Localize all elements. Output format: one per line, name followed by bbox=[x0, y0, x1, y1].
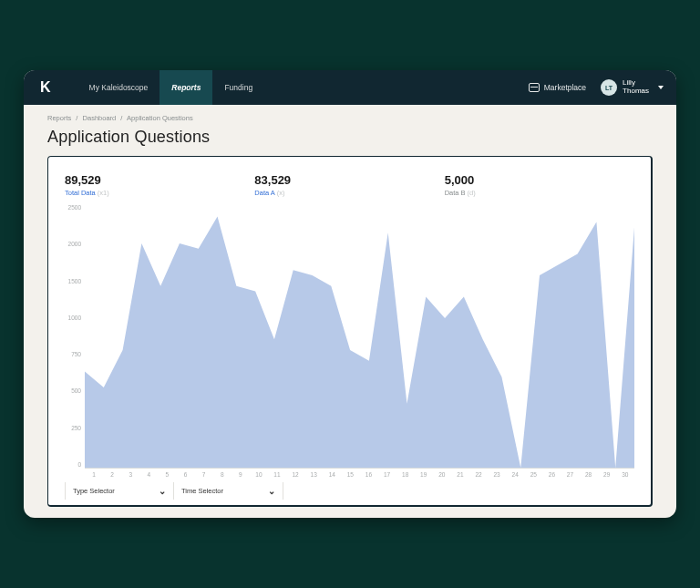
marketplace-label: Marketplace bbox=[544, 83, 586, 92]
top-nav: K My Kaleidoscope Reports Funding Market… bbox=[24, 70, 676, 105]
x-tick: 1 bbox=[85, 471, 103, 480]
x-tick: 19 bbox=[415, 471, 433, 480]
nav-tab-reports[interactable]: Reports bbox=[160, 70, 212, 105]
chevron-down-icon bbox=[658, 86, 664, 89]
x-tick: 11 bbox=[268, 471, 286, 480]
x-tick: 21 bbox=[451, 471, 469, 480]
chevron-down-icon: ⌄ bbox=[268, 486, 275, 496]
chevron-down-icon: ⌄ bbox=[159, 486, 166, 496]
y-tick: 1000 bbox=[65, 315, 81, 321]
stat-value: 5,000 bbox=[445, 173, 634, 187]
y-tick: 2500 bbox=[65, 204, 81, 211]
stat-label[interactable]: Total Data(x1) bbox=[65, 189, 254, 197]
x-tick: 29 bbox=[598, 471, 616, 480]
x-tick: 23 bbox=[488, 471, 506, 480]
plot: 1234567891011121314151617181920212223242… bbox=[85, 201, 634, 480]
stat-total-data: 89,529 Total Data(x1) bbox=[65, 173, 254, 197]
x-tick: 12 bbox=[286, 471, 304, 480]
x-tick: 18 bbox=[396, 471, 415, 480]
nav-tab-funding[interactable]: Funding bbox=[212, 70, 264, 105]
chart-card: 89,529 Total Data(x1) 83,529 Data A(x) 5… bbox=[47, 156, 653, 507]
x-tick: 22 bbox=[469, 471, 488, 480]
breadcrumb-item: Application Questions bbox=[127, 114, 193, 122]
time-selector[interactable]: Time Selector ⌄ bbox=[174, 482, 283, 500]
stat-value: 83,529 bbox=[254, 173, 444, 187]
x-tick: 14 bbox=[323, 471, 341, 480]
stats-row: 89,529 Total Data(x1) 83,529 Data A(x) 5… bbox=[65, 173, 634, 197]
y-tick: 250 bbox=[65, 425, 81, 431]
x-tick: 27 bbox=[561, 471, 579, 480]
breadcrumb: Reports / Dashboard / Application Questi… bbox=[47, 114, 653, 122]
x-tick: 4 bbox=[139, 471, 158, 480]
x-tick: 9 bbox=[232, 471, 250, 480]
x-tick: 3 bbox=[121, 471, 139, 480]
user-name: Lilly Thomas bbox=[623, 79, 649, 96]
x-tick: 28 bbox=[580, 471, 598, 480]
x-tick: 6 bbox=[176, 471, 194, 480]
x-tick: 26 bbox=[542, 471, 561, 480]
x-tick: 5 bbox=[158, 471, 176, 480]
breadcrumb-item[interactable]: Dashboard bbox=[83, 114, 117, 122]
marketplace-icon bbox=[529, 83, 540, 92]
y-tick: 2000 bbox=[65, 241, 81, 247]
x-tick: 8 bbox=[213, 471, 232, 480]
x-tick: 15 bbox=[341, 471, 359, 480]
stat-data-a: 83,529 Data A(x) bbox=[254, 173, 444, 197]
nav-tabs: My Kaleidoscope Reports Funding bbox=[77, 70, 265, 105]
stat-label: Data B(d) bbox=[445, 189, 634, 197]
area-chart-svg bbox=[85, 201, 634, 468]
x-tick: 20 bbox=[433, 471, 451, 480]
stat-value: 89,529 bbox=[65, 173, 254, 187]
x-tick: 24 bbox=[506, 471, 524, 480]
y-tick: 0 bbox=[65, 461, 81, 468]
y-tick: 500 bbox=[65, 387, 81, 394]
logo: K bbox=[40, 79, 50, 96]
stat-data-b: 5,000 Data B(d) bbox=[445, 173, 634, 197]
page-title: Application Questions bbox=[47, 128, 653, 147]
x-tick: 25 bbox=[524, 471, 542, 480]
y-axis: 25002000150010007505002500 bbox=[65, 201, 85, 480]
nav-tab-my-kaleidoscope[interactable]: My Kaleidoscope bbox=[77, 70, 160, 105]
x-tick: 10 bbox=[250, 471, 268, 480]
avatar: LT bbox=[601, 79, 617, 96]
x-tick: 13 bbox=[304, 471, 323, 480]
marketplace-link[interactable]: Marketplace bbox=[529, 83, 586, 92]
breadcrumb-item[interactable]: Reports bbox=[47, 114, 71, 122]
content: Reports / Dashboard / Application Questi… bbox=[24, 105, 676, 518]
x-tick: 7 bbox=[195, 471, 213, 480]
app-window: K My Kaleidoscope Reports Funding Market… bbox=[24, 70, 676, 518]
x-axis: 1234567891011121314151617181920212223242… bbox=[85, 468, 634, 480]
y-tick: 1500 bbox=[65, 278, 81, 284]
plot-area bbox=[85, 201, 634, 468]
y-tick: 750 bbox=[65, 351, 81, 357]
chart: 25002000150010007505002500 1234567891011… bbox=[65, 201, 634, 480]
x-tick: 17 bbox=[378, 471, 396, 480]
stat-label[interactable]: Data A(x) bbox=[254, 189, 444, 197]
x-tick: 30 bbox=[616, 471, 634, 480]
user-menu[interactable]: LT Lilly Thomas bbox=[601, 79, 664, 96]
selectors-row: Type Selector ⌄ Time Selector ⌄ bbox=[65, 482, 634, 500]
type-selector[interactable]: Type Selector ⌄ bbox=[65, 482, 174, 500]
x-tick: 16 bbox=[359, 471, 377, 480]
x-tick: 2 bbox=[103, 471, 121, 480]
